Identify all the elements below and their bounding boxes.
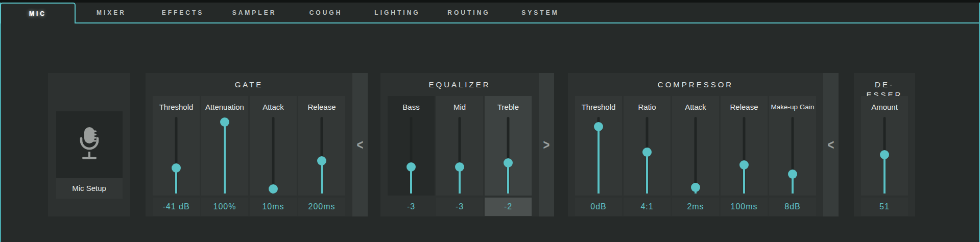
de-esser-title: DE-ESSER <box>861 80 908 90</box>
compressor-release-slider[interactable]: Release 100ms <box>721 96 768 216</box>
gate-threshold-slider[interactable]: Threshold -41 dB <box>153 96 200 216</box>
tab-cough[interactable]: COUGH <box>290 3 362 22</box>
slider-label: Treble <box>497 102 519 112</box>
gate-collapse-button[interactable]: < <box>352 73 368 216</box>
slider-value: -2 <box>485 198 532 216</box>
mic-setup-button[interactable]: Mic Setup <box>56 111 123 199</box>
equalizer-title: EQUALIZER <box>388 80 532 90</box>
compressor-makeup-gain-slider[interactable]: Make-up Gain 8dB <box>769 96 816 216</box>
slider-knob[interactable] <box>594 122 603 131</box>
compressor-collapse-button[interactable]: < <box>823 73 839 216</box>
slider-label: Make-up Gain <box>771 102 815 112</box>
slider-rail <box>272 117 275 193</box>
slider-knob[interactable] <box>642 148 652 157</box>
compressor-attack-slider[interactable]: Attack 2ms <box>672 96 719 216</box>
slider-knob[interactable] <box>788 170 797 179</box>
slider-track[interactable] <box>201 117 248 193</box>
equalizer-section: EQUALIZER Bass -3 <box>380 73 554 216</box>
slider-track[interactable] <box>769 117 816 193</box>
slider-label: Amount <box>871 102 898 112</box>
slider-knob[interactable] <box>504 158 513 167</box>
slider-knob[interactable] <box>880 150 889 159</box>
slider-label: Release <box>730 102 758 112</box>
slider-track[interactable] <box>250 117 297 193</box>
gate-attack-slider[interactable]: Attack 10ms <box>250 96 297 216</box>
slider-value: 2ms <box>672 198 719 216</box>
slider-value: 0dB <box>575 198 622 216</box>
slider-knob[interactable] <box>691 183 700 192</box>
slider-value: -3 <box>436 198 483 216</box>
slider-track[interactable] <box>485 117 532 193</box>
slider-knob[interactable] <box>269 184 278 193</box>
slider-value: -41 dB <box>153 198 200 216</box>
tab-mic[interactable]: MIC <box>0 3 76 23</box>
slider-fill <box>597 127 600 193</box>
compressor-ratio-slider[interactable]: Ratio 4:1 <box>624 96 671 216</box>
microphone-icon <box>75 125 104 165</box>
slider-value: 4:1 <box>624 198 671 216</box>
slider-knob[interactable] <box>455 162 464 172</box>
slider-track[interactable] <box>298 117 345 193</box>
slider-fill <box>507 163 509 193</box>
slider-label: Attack <box>262 102 284 112</box>
tab-effects[interactable]: EFFECTS <box>147 3 219 22</box>
eq-bass-slider[interactable]: Bass -3 <box>388 96 435 216</box>
slider-track[interactable] <box>861 117 908 193</box>
mic-page: Mic Setup GATE Threshold <box>1 23 979 241</box>
gate-title: GATE <box>153 80 345 90</box>
slider-track[interactable] <box>388 117 435 193</box>
mic-setup-panel: Mic Setup <box>48 73 130 216</box>
slider-value: 51 <box>861 198 908 216</box>
slider-value: 200ms <box>298 198 345 216</box>
chevron-right-icon: > <box>543 136 550 153</box>
slider-knob[interactable] <box>317 156 326 165</box>
mic-setup-icon-area[interactable] <box>56 111 123 178</box>
chevron-left-icon: < <box>828 136 834 153</box>
slider-fill <box>883 155 886 193</box>
slider-label: Threshold <box>582 102 616 112</box>
slider-fill <box>224 122 226 193</box>
eq-treble-slider[interactable]: Treble -2 <box>485 96 532 216</box>
tab-system[interactable]: SYSTEM <box>505 3 576 22</box>
gate-release-slider[interactable]: Release 200ms <box>298 96 345 216</box>
slider-fill <box>321 161 323 193</box>
de-esser-section: DE-ESSER Amount 51 <box>854 73 915 216</box>
compressor-section: COMPRESSOR Threshold 0dB <box>568 73 839 216</box>
chevron-left-icon: < <box>357 136 364 153</box>
slider-track[interactable] <box>436 117 483 193</box>
slider-track[interactable] <box>721 117 768 193</box>
slider-label: Ratio <box>638 102 656 112</box>
tab-sampler[interactable]: SAMPLER <box>219 3 290 22</box>
slider-knob[interactable] <box>220 117 229 127</box>
tab-mixer[interactable]: MIXER <box>76 3 147 22</box>
slider-value: 10ms <box>250 198 297 216</box>
mic-setup-label: Mic Setup <box>56 178 123 199</box>
slider-label: Attenuation <box>205 102 244 112</box>
eq-mid-slider[interactable]: Mid -3 <box>436 96 483 216</box>
slider-label: Bass <box>402 102 419 112</box>
slider-track[interactable] <box>624 117 671 193</box>
slider-fill <box>646 152 648 193</box>
slider-knob[interactable] <box>172 163 181 173</box>
tab-routing[interactable]: ROUTING <box>433 3 505 22</box>
tab-bar: MIC MIXER EFFECTS SAMPLER COUGH LIGHTING… <box>1 3 979 23</box>
equalizer-expand-button[interactable]: > <box>539 73 554 216</box>
compressor-threshold-slider[interactable]: Threshold 0dB <box>575 96 622 216</box>
slider-knob[interactable] <box>407 162 416 172</box>
slider-knob[interactable] <box>739 160 749 170</box>
slider-value: 100ms <box>721 198 768 216</box>
slider-rail <box>695 117 697 193</box>
compressor-title: COMPRESSOR <box>575 80 816 90</box>
app-frame: MIC MIXER EFFECTS SAMPLER COUGH LIGHTING… <box>0 3 980 242</box>
slider-value: -3 <box>388 198 435 216</box>
tab-lighting[interactable]: LIGHTING <box>362 3 433 22</box>
slider-label: Release <box>307 102 336 112</box>
slider-track[interactable] <box>672 117 719 193</box>
de-esser-amount-slider[interactable]: Amount 51 <box>861 96 908 216</box>
slider-label: Mid <box>453 102 466 112</box>
slider-track[interactable] <box>153 117 200 193</box>
gate-section: GATE Threshold -41 dB <box>146 73 368 216</box>
slider-track[interactable] <box>575 117 622 193</box>
gate-attenuation-slider[interactable]: Attenuation 100% <box>201 96 248 216</box>
slider-label: Threshold <box>159 102 194 112</box>
